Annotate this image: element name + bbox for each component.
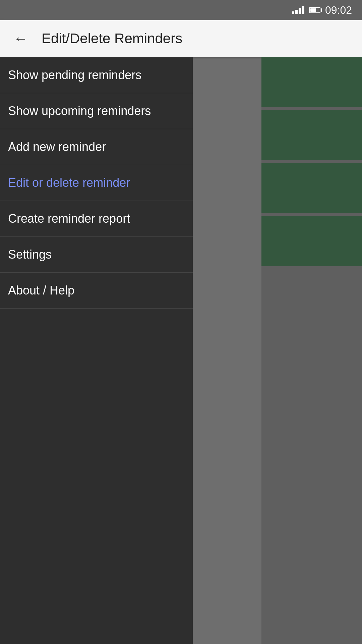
page-title: Edit/Delete Reminders xyxy=(42,31,182,47)
menu-item-add-new[interactable]: Add new reminder xyxy=(0,129,193,165)
menu-label-add-new: Add new reminder xyxy=(8,140,106,154)
battery-fill xyxy=(310,8,316,12)
app-bar: ← Edit/Delete Reminders xyxy=(0,20,362,57)
status-bar: 09:02 xyxy=(0,0,362,20)
menu-label-edit-delete: Edit or delete reminder xyxy=(8,176,130,190)
menu-label-about-help: About / Help xyxy=(8,283,74,297)
menu-item-settings[interactable]: Settings xyxy=(0,237,193,273)
menu-label-show-upcoming: Show upcoming reminders xyxy=(8,104,151,118)
menu-item-show-upcoming[interactable]: Show upcoming reminders xyxy=(0,93,193,129)
menu-item-show-pending[interactable]: Show pending reminders xyxy=(0,57,193,93)
status-time: 09:02 xyxy=(325,4,352,16)
signal-bar-2 xyxy=(295,10,298,14)
menu-item-about-help[interactable]: About / Help xyxy=(0,273,193,309)
battery-icon xyxy=(309,7,320,13)
menu-item-create-report[interactable]: Create reminder report xyxy=(0,201,193,237)
dim-overlay[interactable] xyxy=(193,57,362,644)
signal-bar-1 xyxy=(292,11,294,14)
menu-item-edit-delete[interactable]: Edit or delete reminder xyxy=(0,165,193,201)
signal-bar-4 xyxy=(302,6,304,14)
back-button[interactable]: ← xyxy=(10,27,32,50)
signal-icon xyxy=(292,6,304,14)
main-content: Interval, restart (360 days) Check balan… xyxy=(0,57,362,644)
signal-bar-3 xyxy=(299,8,301,14)
status-icons: 09:02 xyxy=(292,4,352,16)
menu-label-create-report: Create reminder report xyxy=(8,212,130,225)
menu-label-show-pending: Show pending reminders xyxy=(8,68,141,82)
navigation-drawer: Show pending reminders Show upcoming rem… xyxy=(0,57,193,644)
menu-label-settings: Settings xyxy=(8,248,52,261)
